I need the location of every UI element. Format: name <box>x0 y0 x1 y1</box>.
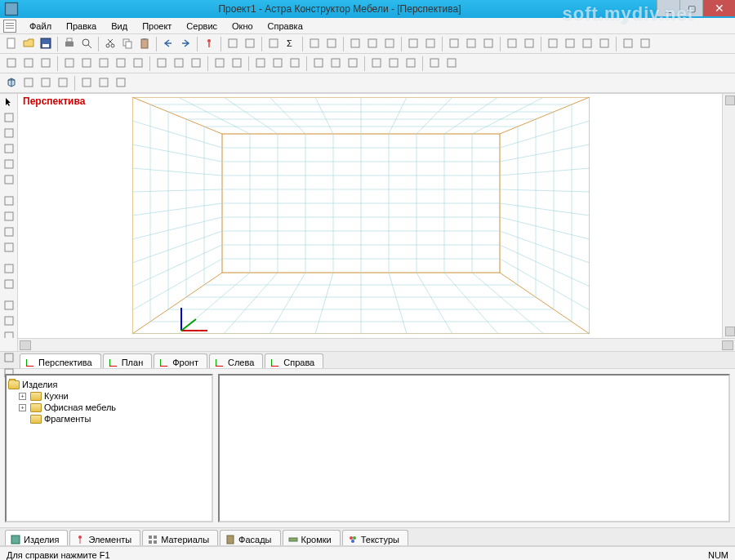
rot2-button[interactable] <box>2 278 16 292</box>
sel2-button[interactable] <box>443 56 460 72</box>
rot-button[interactable] <box>2 262 16 277</box>
vertical-scrollbar[interactable] <box>722 94 735 338</box>
maximize-button[interactable]: ▢ <box>679 0 702 16</box>
tree-root[interactable]: Изделия <box>8 379 210 390</box>
rectfill-button[interactable] <box>2 142 16 157</box>
snap2-button[interactable] <box>327 56 344 72</box>
snap1-button[interactable] <box>310 56 327 72</box>
menu-help[interactable]: Справка <box>261 20 310 33</box>
cross-button[interactable] <box>2 173 16 188</box>
tool2-button[interactable] <box>562 36 578 52</box>
pin-button[interactable] <box>201 36 217 52</box>
tab-facades[interactable]: Фасады <box>220 530 280 545</box>
tab-edges[interactable]: Кромки <box>283 530 341 545</box>
tab-right[interactable]: Справа <box>265 353 323 368</box>
misc1-button[interactable] <box>620 36 636 52</box>
dim2-button[interactable] <box>2 210 16 224</box>
close-button[interactable]: ✕ <box>702 0 735 16</box>
tool4-button[interactable] <box>596 36 612 52</box>
grp2-button[interactable] <box>385 56 402 72</box>
layer3-button[interactable] <box>287 56 303 72</box>
cyl-button[interactable] <box>20 75 37 91</box>
tab-perspective[interactable]: Перспектива <box>20 353 101 368</box>
menu-window[interactable]: Окно <box>225 20 260 33</box>
panel1-button[interactable] <box>78 75 95 91</box>
menu-edit[interactable]: Правка <box>60 20 103 33</box>
box1-button[interactable] <box>306 36 323 52</box>
m4-button[interactable] <box>2 351 16 366</box>
line-button[interactable] <box>2 111 16 126</box>
tree-item[interactable]: Фрагменты <box>8 413 210 424</box>
mat1-button[interactable] <box>504 36 520 52</box>
horizontal-scrollbar[interactable] <box>18 338 735 351</box>
win1-button[interactable] <box>446 36 462 52</box>
misc2-button[interactable] <box>637 36 653 52</box>
pointer-button[interactable] <box>2 96 16 110</box>
tab-left[interactable]: Слева <box>209 353 263 368</box>
zoomout-button[interactable] <box>364 36 381 52</box>
dim4-button[interactable] <box>2 241 16 256</box>
arr1-button[interactable] <box>212 56 228 72</box>
align3-button[interactable] <box>38 56 54 72</box>
dim1-button[interactable] <box>2 194 16 209</box>
tab-elements[interactable]: Элементы <box>69 530 140 545</box>
scroll-right-icon[interactable] <box>722 340 733 350</box>
sel1-button[interactable] <box>426 56 443 72</box>
tab-textures[interactable]: Текстуры <box>342 530 408 545</box>
align2-button[interactable] <box>20 56 37 72</box>
menu-service[interactable]: Сервис <box>180 20 224 33</box>
sigma-button[interactable]: Σ <box>283 36 299 52</box>
save-button[interactable] <box>38 36 54 52</box>
distr2-button[interactable] <box>78 56 95 72</box>
distr5-button[interactable] <box>130 56 146 72</box>
snap3-button[interactable] <box>345 56 361 72</box>
cube-button[interactable] <box>3 75 20 91</box>
preview-panel[interactable] <box>218 374 730 522</box>
new-button[interactable] <box>3 36 20 52</box>
tab-materials[interactable]: Материалы <box>142 530 218 545</box>
rot1-button[interactable] <box>188 56 204 72</box>
tab-plan[interactable]: План <box>103 353 153 368</box>
viewport[interactable]: Перспектива <box>18 94 735 338</box>
distr1-button[interactable] <box>61 56 78 72</box>
grp3-button[interactable] <box>403 56 419 72</box>
rect-button[interactable] <box>2 127 16 141</box>
align1-button[interactable] <box>3 56 20 72</box>
tool1-button[interactable] <box>545 36 561 52</box>
tree-item[interactable]: + Офисная мебель <box>8 402 210 413</box>
layer1-button[interactable] <box>252 56 269 72</box>
torus-button[interactable] <box>55 75 71 91</box>
tab-products[interactable]: Изделия <box>5 530 68 545</box>
pan-button[interactable] <box>405 36 421 52</box>
dim3-button[interactable] <box>2 225 16 240</box>
box2-button[interactable] <box>323 36 340 52</box>
zoomfit-button[interactable] <box>381 36 398 52</box>
preview-button[interactable] <box>78 36 95 52</box>
print-button[interactable] <box>61 36 78 52</box>
paste-button[interactable] <box>136 36 153 52</box>
scissors-button[interactable] <box>2 158 16 172</box>
menu-view[interactable]: Вид <box>105 20 134 33</box>
panel3-button[interactable] <box>113 75 129 91</box>
tree-item[interactable]: + Кухни <box>8 390 210 402</box>
measure-button[interactable] <box>265 36 282 52</box>
menu-project[interactable]: Проект <box>136 20 178 33</box>
minimize-button[interactable]: _ <box>657 0 679 16</box>
panel2-button[interactable] <box>96 75 112 91</box>
expand-icon[interactable]: + <box>19 404 26 411</box>
flip1-button[interactable] <box>154 56 170 72</box>
grp1-button[interactable] <box>368 56 385 72</box>
undo-button[interactable] <box>160 36 176 52</box>
mat2-button[interactable] <box>521 36 537 52</box>
tab-front[interactable]: Фронт <box>154 353 207 368</box>
scroll-left-icon[interactable] <box>20 340 31 350</box>
grid2-button[interactable] <box>242 36 258 52</box>
cut-button[interactable] <box>102 36 118 52</box>
tool3-button[interactable] <box>579 36 595 52</box>
grid1-button[interactable] <box>225 36 241 52</box>
distr3-button[interactable] <box>96 56 112 72</box>
expand-icon[interactable]: + <box>19 393 26 400</box>
layer2-button[interactable] <box>270 56 286 72</box>
win2-button[interactable] <box>463 36 479 52</box>
cone-button[interactable] <box>38 75 54 91</box>
